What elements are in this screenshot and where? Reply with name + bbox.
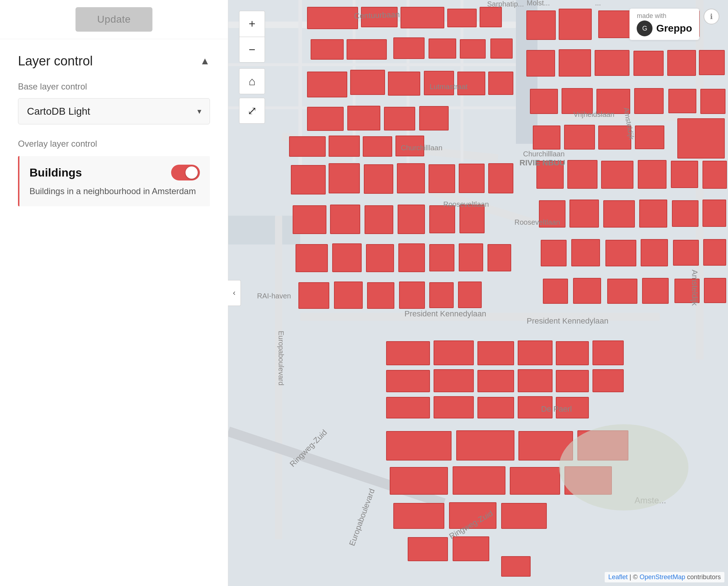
svg-rect-44 — [699, 50, 724, 75]
svg-rect-111 — [642, 278, 668, 303]
branding-name: Greppo — [656, 23, 692, 34]
svg-rect-70 — [489, 164, 513, 193]
svg-rect-23 — [347, 40, 386, 59]
svg-rect-92 — [399, 244, 425, 272]
map-background: Centuurbaan Lutmastraat Churchilllaan Ch… — [228, 0, 728, 586]
svg-rect-125 — [593, 370, 623, 392]
svg-rect-115 — [434, 341, 473, 365]
svg-rect-76 — [703, 161, 727, 188]
svg-rect-69 — [459, 164, 484, 193]
sidebar-toggle-button[interactable]: ‹ — [228, 280, 241, 306]
svg-rect-81 — [430, 206, 455, 233]
svg-rect-104 — [367, 283, 394, 308]
layer-control-title: Layer control — [18, 54, 93, 69]
svg-rect-40 — [559, 50, 591, 76]
svg-rect-95 — [488, 244, 511, 271]
svg-text:De Paerl: De Paerl — [541, 404, 572, 413]
svg-rect-22 — [311, 40, 343, 59]
base-layer-select[interactable]: CartoDB Light OpenStreetMap CartoDB Dark… — [18, 98, 210, 124]
svg-rect-86 — [640, 200, 667, 227]
svg-rect-68 — [429, 165, 455, 193]
svg-rect-114 — [386, 342, 430, 365]
svg-rect-144 — [502, 557, 530, 576]
svg-rect-88 — [703, 200, 726, 226]
svg-rect-94 — [459, 244, 483, 271]
svg-rect-48 — [420, 106, 448, 130]
svg-rect-80 — [398, 205, 425, 234]
buildings-layer-description: Buildings in a neighbourhood in Amsterda… — [29, 185, 200, 198]
svg-rect-75 — [671, 161, 698, 188]
svg-rect-118 — [556, 342, 589, 365]
svg-rect-136 — [453, 467, 505, 494]
svg-rect-99 — [641, 239, 668, 266]
buildings-toggle[interactable] — [171, 165, 200, 180]
svg-rect-29 — [559, 9, 591, 40]
svg-rect-63 — [678, 119, 724, 158]
svg-text:Rooseveltlaan: Rooseveltlaan — [514, 218, 560, 226]
osm-link[interactable]: OpenStreetMap — [640, 573, 685, 581]
map-controls: + − ⌂ ⤢ — [239, 11, 265, 124]
base-layer-label: Base layer control — [18, 82, 210, 92]
svg-rect-33 — [307, 72, 347, 97]
attribution-separator: | © — [628, 573, 640, 581]
svg-rect-116 — [478, 342, 514, 365]
home-button[interactable]: ⌂ — [239, 68, 265, 94]
map-area[interactable]: Centuurbaan Lutmastraat Churchilllaan Ch… — [228, 0, 728, 586]
svg-rect-64 — [291, 165, 325, 194]
svg-rect-90 — [333, 244, 361, 272]
buildings-layer-card: Buildings Buildings in a neighbourhood i… — [18, 156, 210, 206]
svg-rect-84 — [570, 200, 599, 227]
svg-text:Molst...: Molst... — [527, 0, 550, 7]
svg-rect-110 — [608, 279, 637, 303]
fullscreen-button[interactable]: ⤢ — [239, 98, 265, 124]
svg-rect-135 — [390, 467, 448, 494]
svg-rect-65 — [329, 164, 360, 193]
svg-rect-73 — [601, 161, 633, 188]
svg-text:Churchilllaan: Churchilllaan — [401, 144, 443, 152]
svg-rect-91 — [366, 244, 394, 272]
branding: made with G Greppo — [629, 9, 699, 40]
svg-rect-54 — [701, 89, 725, 114]
svg-rect-124 — [556, 370, 589, 392]
svg-rect-102 — [299, 283, 329, 308]
svg-rect-109 — [573, 278, 601, 303]
svg-rect-97 — [572, 239, 600, 266]
svg-rect-119 — [593, 341, 623, 365]
svg-rect-19 — [401, 7, 444, 28]
zoom-in-button[interactable]: + — [239, 11, 265, 37]
svg-text:Sarphatip...: Sarphatip... — [487, 0, 524, 8]
update-button[interactable]: Update — [75, 7, 152, 32]
svg-rect-42 — [634, 51, 663, 75]
attribution-contributors: contributors — [685, 573, 721, 581]
svg-rect-117 — [518, 341, 552, 365]
svg-rect-35 — [388, 72, 420, 95]
base-layer-select-wrapper: CartoDB Light OpenStreetMap CartoDB Dark… — [18, 98, 210, 124]
svg-rect-2 — [228, 216, 300, 244]
svg-text:Rooseveltlaan: Rooseveltlaan — [443, 200, 489, 208]
svg-rect-89 — [296, 244, 328, 272]
leaflet-link[interactable]: Leaflet — [608, 573, 628, 581]
collapse-icon[interactable]: ▲ — [200, 55, 210, 67]
svg-rect-53 — [669, 89, 696, 113]
svg-rect-132 — [457, 431, 514, 460]
svg-rect-26 — [460, 40, 485, 58]
svg-text:Centuurbaan: Centuurbaan — [354, 10, 400, 20]
update-bar: Update — [0, 0, 228, 39]
overlay-layer-label: Overlay layer control — [18, 139, 210, 149]
info-icon[interactable]: ℹ — [704, 9, 719, 24]
svg-rect-108 — [543, 279, 568, 303]
made-with-label: made with — [637, 12, 692, 20]
svg-rect-21 — [480, 7, 502, 27]
svg-text:Lutmastraat: Lutmastraat — [430, 83, 468, 91]
layer-control-header: Layer control ▲ — [18, 54, 210, 69]
svg-rect-106 — [430, 283, 453, 308]
svg-rect-62 — [635, 126, 664, 149]
zoom-out-button[interactable]: − — [239, 37, 265, 63]
svg-rect-107 — [458, 282, 481, 308]
svg-rect-67 — [397, 164, 425, 193]
svg-text:RIVIE NBUU: RIVIE NBUU — [519, 158, 565, 167]
svg-rect-96 — [541, 240, 566, 266]
svg-rect-72 — [568, 160, 597, 188]
buildings-layer-header: Buildings — [29, 165, 200, 180]
svg-rect-27 — [491, 39, 512, 58]
